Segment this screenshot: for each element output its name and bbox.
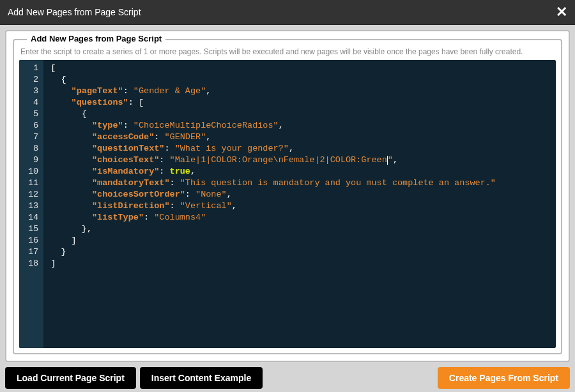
load-current-page-script-button[interactable]: Load Current Page Script bbox=[5, 367, 136, 389]
create-pages-from-script-button[interactable]: Create Pages From Script bbox=[438, 367, 570, 389]
help-text: Enter the script to create a series of 1… bbox=[20, 47, 556, 56]
insert-content-example-button[interactable]: Insert Content Example bbox=[140, 367, 263, 389]
dialog-body: Add New Pages from Page Script Enter the… bbox=[0, 25, 575, 392]
script-editor[interactable]: 123456789101112131415161718 [ { "pageTex… bbox=[19, 60, 556, 348]
fieldset-legend: Add New Pages from Page Script bbox=[27, 34, 165, 43]
fieldset: Add New Pages from Page Script Enter the… bbox=[13, 39, 562, 354]
dialog-titlebar: Add New Pages from Page Script ✕ bbox=[0, 0, 575, 25]
dialog-title: Add New Pages from Page Script bbox=[8, 7, 141, 17]
close-icon[interactable]: ✕ bbox=[556, 5, 567, 19]
button-row: Load Current Page Script Insert Content … bbox=[5, 367, 570, 389]
button-spacer bbox=[266, 367, 434, 389]
editor-code[interactable]: [ { "pageText": "Gender & Age", "questio… bbox=[44, 60, 556, 348]
inner-panel: Add New Pages from Page Script Enter the… bbox=[5, 30, 570, 362]
editor-gutter: 123456789101112131415161718 bbox=[19, 60, 44, 348]
